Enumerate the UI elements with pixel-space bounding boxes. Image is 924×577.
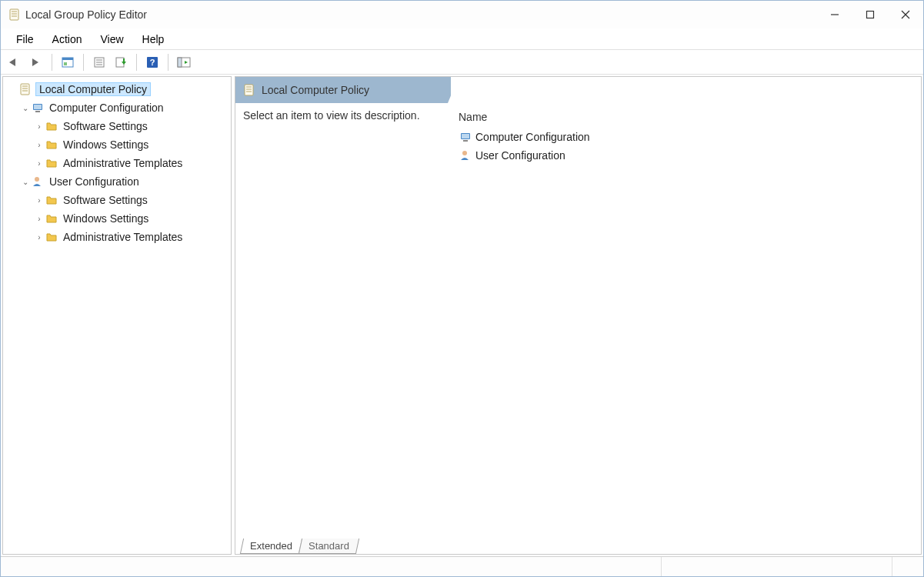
toolbar-separator [52,54,52,71]
list-column: Name Computer Configuration User Configu… [459,109,913,529]
tree-node-windows-settings-user[interactable]: › Windows Settings [3,209,231,228]
minimize-button[interactable] [817,1,852,28]
svg-rect-39 [463,140,468,142]
close-button[interactable] [888,1,923,28]
chevron-right-icon[interactable]: › [34,215,45,223]
chevron-right-icon[interactable]: › [34,233,45,242]
tree-node-label: Software Settings [62,193,149,207]
status-grip [892,557,923,576]
chevron-down-icon[interactable]: ⌄ [20,104,31,112]
folder-icon [45,212,58,225]
help-button[interactable]: ? [143,53,162,72]
chevron-right-icon[interactable]: › [34,141,45,149]
menu-help[interactable]: Help [135,30,172,48]
tree-root[interactable]: Local Computer Policy [3,80,231,98]
tree-node-software-settings-user[interactable]: › Software Settings [3,191,231,209]
svg-rect-25 [21,84,29,95]
toolbar-separator [136,54,137,71]
folder-icon [45,156,58,170]
folder-icon [45,119,58,133]
refresh-button[interactable] [90,53,108,72]
status-cell [662,557,892,576]
svg-rect-12 [64,62,67,65]
titlebar: Local Group Policy Editor [1,1,923,28]
svg-rect-0 [10,9,18,20]
window-controls [817,1,923,28]
tree-node-label: Computer Configuration [48,101,165,115]
column-header-name[interactable]: Name [459,109,913,128]
tree-node-computer-configuration[interactable]: ⌄ Computer Configuration [3,98,231,117]
menu-view[interactable]: View [92,30,131,48]
tree-node-label: Software Settings [62,119,149,133]
toolbar-separator [83,54,84,71]
menu-action[interactable]: Action [45,30,90,48]
tree-node-label: Windows Settings [62,212,150,225]
computer-icon [31,101,45,115]
list-item-label: User Configuration [475,149,565,162]
content-area: Local Computer Policy ⌄ Computer Configu… [1,75,923,556]
tree-node-label: Windows Settings [62,138,150,152]
detail-pane: Local Computer Policy Select an item to … [235,76,922,555]
forward-button[interactable] [27,53,45,72]
user-icon [31,175,45,188]
svg-point-40 [462,151,467,155]
chevron-down-icon[interactable]: ⌄ [20,178,31,186]
tree-node-windows-settings[interactable]: › Windows Settings [3,135,231,154]
tree-node-label: Administrative Templates [62,156,184,170]
policy-icon [8,8,21,21]
back-button[interactable] [5,53,24,72]
svg-rect-31 [35,111,40,112]
toolbar: ? [1,50,923,75]
tree-node-admin-templates[interactable]: › Administrative Templates [3,154,231,172]
status-cell [1,557,662,576]
description-prompt: Select an item to view its description. [243,109,420,122]
description-column: Select an item to view its description. [243,109,459,529]
detail-tabs: Extended Standard [235,535,921,554]
tab-extended[interactable]: Extended [240,539,302,554]
detail-header-title: Local Computer Policy [262,84,369,96]
svg-rect-38 [462,134,469,138]
tree-node-label: User Configuration [48,175,141,188]
tree-node-software-settings[interactable]: › Software Settings [3,117,231,135]
detail-header: Local Computer Policy [235,77,921,103]
properties-button[interactable] [58,53,77,72]
show-hide-tree-button[interactable] [175,53,193,72]
menu-file[interactable]: File [8,30,42,48]
svg-rect-30 [34,105,42,109]
user-icon [459,148,472,162]
detail-body: Select an item to view its description. … [235,103,921,535]
policy-icon [18,82,32,96]
svg-rect-33 [245,85,253,95]
chevron-right-icon[interactable]: › [34,122,45,131]
policy-icon [243,84,255,96]
maximize-button[interactable] [852,1,888,28]
folder-icon [45,138,58,152]
list-item-label: Computer Configuration [475,131,590,143]
chevron-right-icon[interactable]: › [34,196,45,205]
svg-text:?: ? [150,58,155,67]
computer-icon [459,130,472,144]
chevron-right-icon[interactable]: › [34,159,45,168]
list-item-user-configuration[interactable]: User Configuration [459,146,913,165]
toolbar-separator [168,54,168,71]
tab-standard[interactable]: Standard [299,539,359,554]
folder-icon [45,193,58,207]
tree-pane[interactable]: Local Computer Policy ⌄ Computer Configu… [2,76,232,555]
tree-node-user-configuration[interactable]: ⌄ User Configuration [3,172,231,191]
window-title: Local Group Policy Editor [25,8,147,21]
statusbar [1,556,923,576]
export-button[interactable] [112,53,130,72]
svg-point-32 [35,177,39,182]
list-item-computer-configuration[interactable]: Computer Configuration [459,128,913,146]
svg-marker-8 [9,58,15,66]
tree-node-label: Local Computer Policy [35,82,151,96]
folder-icon [45,230,58,244]
tree-node-admin-templates-user[interactable]: › Administrative Templates [3,228,231,246]
svg-rect-11 [62,58,73,60]
svg-rect-5 [867,12,874,18]
tree-node-label: Administrative Templates [62,230,184,244]
svg-marker-9 [32,58,38,66]
menubar: File Action View Help [1,28,923,50]
svg-rect-23 [178,58,182,67]
